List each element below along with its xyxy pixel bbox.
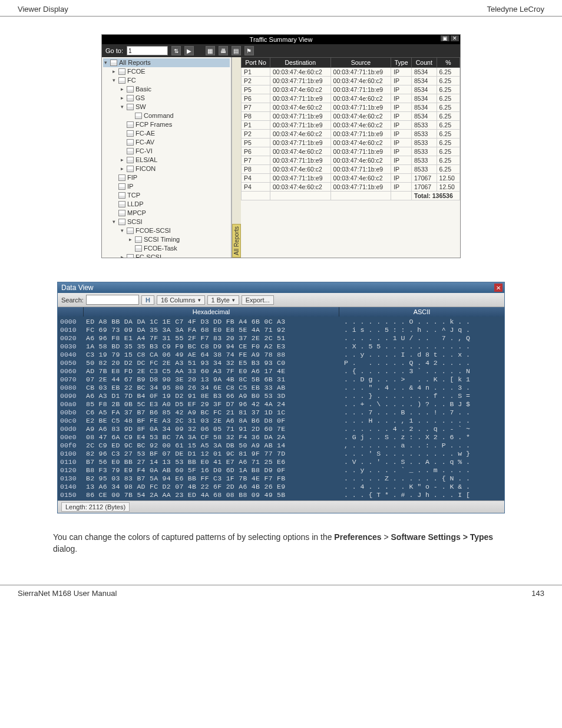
grid-header-cell[interactable]: Count	[412, 58, 437, 68]
tree-item[interactable]: ▾All Reports	[103, 58, 230, 67]
tree-item[interactable]: ▸FCOE	[103, 67, 230, 76]
hex-row[interactable]: 0040C3 19 79 15 C8 CA 06 49 AE 64 38 74 …	[58, 351, 504, 359]
goto-input[interactable]	[127, 46, 168, 55]
disclosure-icon[interactable]: ▸	[120, 156, 125, 164]
grid-header-cell[interactable]: Type	[391, 58, 412, 68]
hex-row[interactable]: 0090A6 A3 D1 7D B4 0F 19 D2 91 8E B3 66 …	[58, 392, 504, 400]
summary-grid[interactable]: Port NoDestinationSourceTypeCount% P100:…	[241, 57, 460, 258]
hex-row[interactable]: 0120B8 F3 79 E9 F4 0A AB 60 5F 16 D0 6D …	[58, 466, 504, 475]
table-row[interactable]: P200:03:47:71:1b:e900:03:47:4e:60:c2IP85…	[242, 77, 460, 85]
tree-item[interactable]: MPCP	[103, 209, 230, 218]
hex-row[interactable]: 007007 2E 44 67 B9 D8 90 3E 20 13 9A 4B …	[58, 375, 504, 384]
hex-row[interactable]: 0020A6 96 F8 E1 A4 7F 31 55 2F F7 83 20 …	[58, 334, 504, 342]
table-row[interactable]: P500:03:47:4e:60:c200:03:47:71:1b:e9IP85…	[242, 85, 460, 94]
tree-item[interactable]: FC-VI	[103, 147, 230, 156]
report-tree[interactable]: ▾All Reports▸FCOE▾FC▸Basic▸GS▾SWCommandF…	[102, 57, 232, 258]
header-left: Viewer Display	[18, 5, 68, 14]
disclosure-icon[interactable]: ▸	[120, 85, 125, 94]
table-row[interactable]: P200:03:47:4e:60:c200:03:47:71:1b:e9IP85…	[242, 130, 460, 139]
disclosure-icon[interactable]: ▾	[103, 58, 108, 67]
hex-row[interactable]: 00e008 47 6A C9 E4 53 BC 7A 3A CF 58 32 …	[58, 433, 504, 442]
hex-row[interactable]: 00d0A9 A6 83 9D 8F 0A 34 09 32 06 05 71 …	[58, 425, 504, 433]
hex-row[interactable]: 00301A 58 BD 35 35 B3 C9 F9 BC C8 D9 94 …	[58, 342, 504, 351]
hex-row[interactable]: 0010FC 69 73 09 DA 35 3A 3A FA 68 E0 E8 …	[58, 326, 504, 334]
disclosure-icon[interactable]: ▾	[120, 226, 125, 235]
disclosure-icon[interactable]: ▸	[111, 67, 117, 76]
table-row[interactable]: P600:03:47:71:1b:e900:03:47:4e:60:c2IP85…	[242, 94, 460, 103]
hex-row[interactable]: 010082 96 C3 27 53 BF 07 DE D1 12 01 9C …	[58, 450, 504, 458]
byte-dropdown[interactable]: 1 Byte	[207, 295, 239, 305]
hex-row[interactable]: 014013 A6 34 98 AD FC D2 07 4B 22 6F 2D …	[58, 483, 504, 491]
tree-item[interactable]: ▸FICON	[103, 164, 230, 173]
table-row[interactable]: P700:03:47:4e:60:c200:03:47:71:1b:e9IP85…	[242, 103, 460, 112]
dataview-close-icon[interactable]: ✕	[494, 284, 503, 292]
table-row[interactable]: P800:03:47:71:1b:e900:03:47:4e:60:c2IP85…	[242, 112, 460, 121]
goto-spinner-icon[interactable]: ⇅	[171, 46, 181, 55]
table-row[interactable]: P700:03:47:71:1b:e900:03:47:4e:60:c2IP85…	[242, 156, 460, 165]
tree-item[interactable]: ▸SCSI Timing	[103, 235, 230, 244]
tree-item[interactable]: IP	[103, 182, 230, 191]
table-row[interactable]: P100:03:47:71:1b:e900:03:47:4e:60:c2IP85…	[242, 121, 460, 130]
grid-header-cell[interactable]: Port No	[242, 58, 270, 68]
disclosure-icon[interactable]: ▸	[120, 253, 125, 258]
hex-row[interactable]: 00f02C C9 ED 9C BC 92 00 61 15 A5 3A DB …	[58, 442, 504, 450]
goto-play-icon[interactable]: ▶	[184, 46, 194, 55]
tree-item[interactable]: ▸ELS/AL	[103, 156, 230, 164]
hex-row[interactable]: 0110B7 56 E0 BB 27 14 13 53 BB E0 41 E7 …	[58, 458, 504, 466]
hex-row[interactable]: 0080CB 03 EB 22 BC 34 95 80 26 34 6E C8 …	[58, 384, 504, 392]
disclosure-icon[interactable]: ▾	[111, 218, 117, 226]
disclosure-icon[interactable]: ▸	[128, 235, 133, 244]
grid-cell: 6.25	[437, 130, 459, 139]
table-row[interactable]: P400:03:47:71:1b:e900:03:47:4e:60:c2IP17…	[242, 174, 460, 183]
hex-row[interactable]: 0000ED A8 BB DA DA 1C 1E C7 4F D3 DD FB …	[58, 318, 504, 326]
hex-row[interactable]: 00c0E2 BE C5 48 BF FE A3 2C 31 03 2E A6 …	[58, 417, 504, 425]
tree-item[interactable]: FCP Frames	[103, 120, 230, 129]
tree-item[interactable]: TCP	[103, 191, 230, 200]
tree-item[interactable]: FC-AV	[103, 138, 230, 147]
tree-item[interactable]: ▸FC-SCSI	[103, 253, 230, 258]
grid-header-cell[interactable]: Source	[330, 58, 391, 68]
disclosure-icon[interactable]: ▸	[120, 94, 125, 103]
table-row[interactable]: P400:03:47:4e:60:c200:03:47:71:1b:e9IP17…	[242, 183, 460, 192]
search-input[interactable]	[86, 295, 139, 305]
tree-item-label: FCOE	[127, 67, 146, 76]
hex-dump-body[interactable]: 0000ED A8 BB DA DA 1C 1E C7 4F D3 DD FB …	[58, 317, 504, 500]
toolbar-print-icon[interactable]: 🖶	[219, 46, 228, 55]
tree-item[interactable]: FCOE-Task	[103, 244, 230, 253]
hex-row[interactable]: 00b0C6 A5 FA 37 B7 B6 85 42 A9 BC FC 21 …	[58, 409, 504, 417]
all-reports-tab[interactable]: All Reports	[232, 224, 241, 258]
tree-item[interactable]: FC-AE	[103, 129, 230, 138]
toolbar-icon-1[interactable]: ▦	[206, 46, 215, 55]
hex-row[interactable]: 0130B2 95 03 83 B7 5A 94 E6 BB FF C3 1F …	[58, 475, 504, 483]
tree-item[interactable]: FIP	[103, 173, 230, 182]
window-pin-icon[interactable]: ▣	[441, 35, 449, 41]
table-row[interactable]: P500:03:47:71:1b:e900:03:47:4e:60:c2IP85…	[242, 139, 460, 147]
tree-item[interactable]: ▸GS	[103, 94, 230, 103]
columns-dropdown[interactable]: 16 Columns	[157, 295, 205, 305]
disclosure-icon[interactable]: ▾	[111, 76, 117, 85]
grid-header-cell[interactable]: Destination	[270, 58, 330, 68]
tree-item[interactable]: ▾SCSI	[103, 218, 230, 226]
table-row[interactable]: P100:03:47:4e:60:c200:03:47:71:1b:e9IP85…	[242, 68, 460, 77]
hex-toggle-button[interactable]: H	[141, 295, 154, 305]
hex-row[interactable]: 0060AD 7B E8 FD 2E C3 C5 AA 33 60 A3 7F …	[58, 367, 504, 375]
disclosure-icon[interactable]: ▸	[120, 164, 125, 173]
tree-item[interactable]: LLDP	[103, 200, 230, 209]
tree-item[interactable]: ▾FCOE-SCSI	[103, 226, 230, 235]
table-row[interactable]: P600:03:47:4e:60:c200:03:47:71:1b:e9IP85…	[242, 147, 460, 156]
hex-row[interactable]: 015086 CE 00 7B 54 2A AA 23 ED 4A 68 08 …	[58, 491, 504, 499]
tree-item[interactable]: ▾SW	[103, 103, 230, 111]
toolbar-grid-icon[interactable]: ▤	[232, 46, 241, 55]
disclosure-icon[interactable]: ▾	[120, 103, 125, 111]
window-close-icon[interactable]: ✕	[451, 35, 459, 41]
tree-item[interactable]: ▾FC	[103, 76, 230, 85]
table-row[interactable]: P800:03:47:4e:60:c200:03:47:71:1b:e9IP85…	[242, 165, 460, 174]
export-button[interactable]: Export...	[242, 295, 274, 305]
tree-item[interactable]: Command	[103, 111, 230, 120]
hex-row[interactable]: 00a085 F8 2B 0B 5C E3 A0 D5 EF 29 3F D7 …	[58, 400, 504, 409]
grid-header-cell[interactable]: %	[437, 58, 459, 68]
dataview-column-headers: Hexadecimal ASCII	[58, 307, 504, 317]
toolbar-filter-icon[interactable]: ⚑	[244, 46, 254, 55]
hex-row[interactable]: 005050 82 20 D2 DC FC 2E A3 51 93 34 32 …	[58, 359, 504, 367]
tree-item[interactable]: ▸Basic	[103, 85, 230, 94]
